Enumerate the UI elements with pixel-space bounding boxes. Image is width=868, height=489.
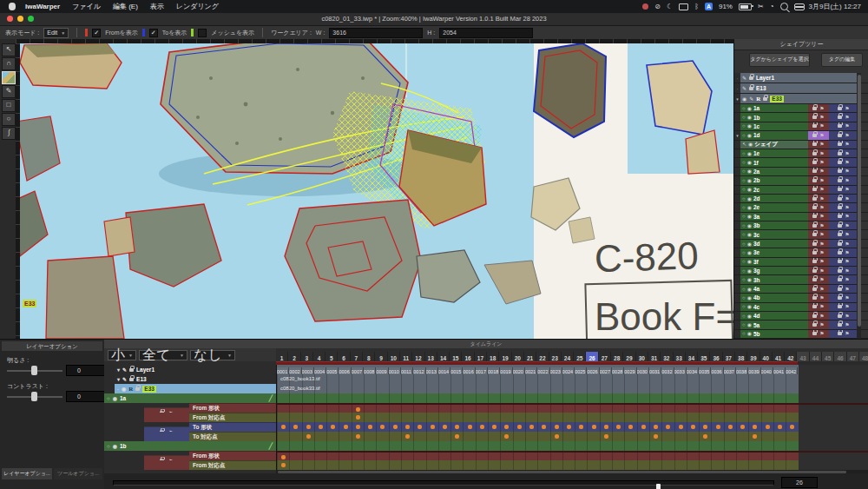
to-lock-cell[interactable]: ⚑ [829,320,858,328]
shape-tree-row[interactable]: ↖◉シェイプ⚑⚑ [734,141,868,149]
to-lock-cell[interactable]: ⚑ [829,113,858,121]
apple-logo-icon[interactable] [9,3,16,10]
shape-tree-layer-row[interactable]: ·✎E13 [734,83,868,94]
timer-icon[interactable]: ◔ [770,0,774,13]
shape-tree-row[interactable]: ▾○◉1d⚑⚑ [734,131,868,140]
frame-file-cell[interactable]: 0018 [488,367,500,374]
expand-arrow-icon[interactable] [734,158,740,166]
frame-ruler-cell[interactable]: 2 [288,352,300,361]
frame-file-cell[interactable]: 0014 [438,367,450,374]
frame-file-cell[interactable]: 0028 [612,367,624,374]
expand-arrow-icon[interactable] [734,141,740,149]
frame-ruler-cell[interactable]: 28 [611,352,623,361]
keyframe-marker[interactable] [281,425,286,429]
from-lock-cell[interactable]: ⚑ [808,149,829,157]
row-size-dropdown[interactable]: 小▼ [108,350,136,360]
shape-name-cell[interactable]: ○◉3f [740,258,808,266]
display-icon[interactable] [679,3,688,10]
frame-file-cell[interactable]: 0006 [339,367,351,374]
show-mesh-checkbox[interactable] [198,29,207,37]
frame-file-cell[interactable]: 0038 [736,367,748,374]
to-lock-cell[interactable]: ⚑ [829,141,858,149]
timeline-track-row[interactable]: ⚑From 形状 [104,403,868,413]
shape-name-cell[interactable]: ○◉3b [740,221,808,229]
freehand-tool-button[interactable]: ∫ [2,127,16,140]
frame-ruler-cell[interactable]: 38 [735,352,747,361]
frame-file-cell[interactable]: 0017 [476,367,488,374]
expand-arrow-icon[interactable] [734,176,740,184]
track-label-area[interactable]: ▾✎E13 [104,374,276,384]
frame-ruler-cell[interactable]: 41 [773,352,785,361]
track-label-area[interactable]: From 対応点 [104,460,276,470]
hook-tool-button[interactable]: ∩ [2,57,16,70]
workarea-width-field[interactable]: 3616 [329,28,423,38]
shape-tree-layer-row[interactable]: ▾◉✎RE33 [734,94,868,104]
frame-file-cell[interactable]: 0022 [537,367,549,374]
frame-ruler-cell[interactable]: 19 [499,352,511,361]
keyframe-marker[interactable] [368,425,372,429]
expand-arrow-icon[interactable] [734,303,740,311]
shape-name-cell[interactable]: ○◉2d [740,195,808,202]
shape-track-label[interactable]: ○◉1a╱ [104,393,276,403]
to-lock-cell[interactable]: ⚑ [829,294,858,301]
frame-ruler-cell[interactable]: 22 [536,352,549,361]
from-lock-cell[interactable]: ⚑ [808,168,829,175]
tab-layer-options[interactable]: レイヤーオプショ... [2,468,52,479]
from-lock-cell[interactable]: ⚑ [808,248,829,256]
from-lock-cell[interactable]: ⚑ [808,294,829,301]
filter-dropdown[interactable]: 全て▼ [139,350,187,360]
shape-tree-row[interactable]: ○◉3g⚑⚑ [734,267,868,275]
frame-ruler-cell[interactable]: 18 [487,352,499,361]
keyframe-marker[interactable] [431,425,435,429]
frame-file-cell[interactable]: 0015 [450,367,463,374]
frame-file-cell[interactable]: 0039 [748,367,760,374]
menu-file[interactable]: ファイル [66,2,107,11]
shape-tree-row[interactable]: ○◉3e⚑⚑ [734,248,868,257]
contrast-slider[interactable] [7,396,62,398]
layer-track-cells[interactable]: c0820_book13.tif [276,374,868,384]
shape-name-cell[interactable]: ○◉4d [740,312,808,320]
frame-ruler-cell[interactable]: 16 [462,352,474,361]
shape-name-cell[interactable]: ○◉1a [740,104,808,112]
frame-ruler-cell[interactable]: 24 [562,352,574,361]
keyframe-marker[interactable] [567,425,571,429]
keyframe-marker[interactable] [281,455,286,459]
menu-bar-clock[interactable]: 3月9日(土) 12:27 [809,0,861,13]
from-lock-cell[interactable]: ⚑ [808,176,829,184]
frame-file-cell[interactable]: 0034 [687,367,699,374]
shape-name-cell[interactable]: ○◉1c [740,122,808,130]
expand-arrow-icon[interactable] [734,168,740,175]
frame-ruler-cell[interactable]: 8 [363,352,375,361]
shape-tree-row[interactable]: ○◉3b⚑⚑ [734,221,868,230]
shape-tree-row[interactable]: ○◉2b⚑⚑ [734,176,868,185]
expand-arrow-icon[interactable] [734,221,740,229]
track-lock-cell[interactable] [144,460,189,470]
frame-file-cell[interactable]: 0020 [513,367,525,374]
show-to-checkbox[interactable]: ✓ [149,29,158,37]
keyframe-marker[interactable] [319,425,323,429]
keyframe-marker[interactable] [281,463,286,467]
frame-file-cell[interactable]: 0001 [277,367,289,374]
expand-arrow-icon[interactable] [734,149,740,157]
shape-tree-layer-row[interactable]: ·✎Layer1 [734,73,868,83]
to-lock-cell[interactable]: ⚑ [829,149,858,157]
frame-file-cell[interactable]: 0041 [773,367,786,374]
from-lock-cell[interactable]: ⚑ [808,213,829,221]
ellipse-tool-button[interactable]: ○ [2,113,16,126]
contrast-slider-handle[interactable] [31,392,37,401]
expand-arrow-icon[interactable]: · [117,387,119,392]
timeline-track-row[interactable]: ▾✎E13c0820_book13.tif [104,374,868,384]
frame-ruler-cell[interactable]: 33 [674,352,686,361]
sub-track-cells[interactable] [276,460,868,470]
from-lock-cell[interactable]: ⚑ [808,330,829,338]
track-label-area[interactable]: ○◉1b╱ [104,441,276,451]
rect-tool-button[interactable]: □ [2,99,16,112]
from-lock-cell[interactable]: ⚑ [808,141,829,149]
frame-file-cell[interactable]: 0007 [352,367,364,374]
keyframe-marker[interactable] [666,425,670,429]
frame-ruler-cell[interactable]: 23 [549,352,562,361]
shape-name-cell[interactable]: ○◉1d [740,131,808,139]
keyframe-marker[interactable] [691,425,695,429]
frame-ruler-cell[interactable]: 35 [698,352,710,361]
expand-arrow-icon[interactable]: ▾ [117,367,120,373]
